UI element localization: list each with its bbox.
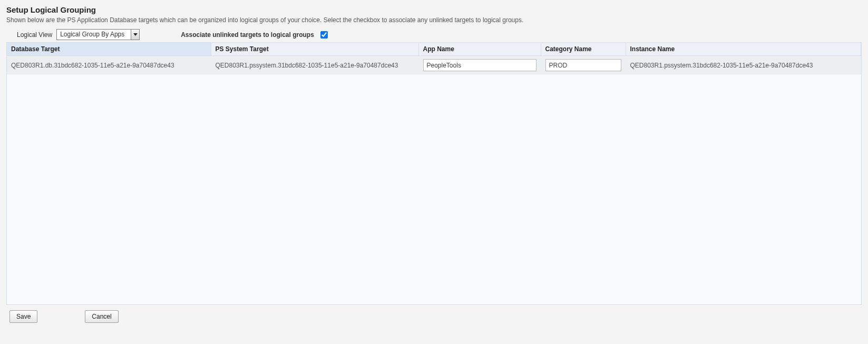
col-header-app-name[interactable]: App Name xyxy=(418,43,541,56)
col-header-ps-system-target[interactable]: PS System Target xyxy=(211,43,418,56)
associate-unlinked-checkbox[interactable] xyxy=(320,31,328,39)
page-title: Setup Logical Grouping xyxy=(6,5,862,14)
cell-database-target: QED803R1.db.31bdc682-1035-11e5-a21e-9a70… xyxy=(7,56,211,75)
col-header-database-target[interactable]: Database Target xyxy=(7,43,211,56)
cell-instance-name: QED803R1.pssystem.31bdc682-1035-11e5-a21… xyxy=(626,56,861,75)
col-header-instance-name[interactable]: Instance Name xyxy=(626,43,861,56)
logical-view-select-value: Logical Group By Apps xyxy=(57,30,131,40)
page-description: Shown below are the PS Application Datab… xyxy=(6,16,862,24)
col-header-category-name[interactable]: Category Name xyxy=(541,43,626,56)
controls-row: Logical View Logical Group By Apps Assoc… xyxy=(17,29,862,40)
associate-unlinked-label: Associate unlinked targets to logical gr… xyxy=(181,31,314,39)
cancel-button[interactable]: Cancel xyxy=(85,310,118,323)
logical-view-select[interactable]: Logical Group By Apps xyxy=(56,29,140,40)
category-name-input[interactable] xyxy=(545,59,621,71)
cell-ps-system-target: QED803R1.pssystem.31bdc682-1035-11e5-a21… xyxy=(211,56,418,75)
target-grid: Database Target PS System Target App Nam… xyxy=(6,42,862,305)
save-button[interactable]: Save xyxy=(9,310,37,323)
app-name-input[interactable] xyxy=(423,59,537,71)
table-row: QED803R1.db.31bdc682-1035-11e5-a21e-9a70… xyxy=(7,56,861,75)
logical-view-label: Logical View xyxy=(17,31,52,39)
table-header-row: Database Target PS System Target App Nam… xyxy=(7,43,861,56)
chevron-down-icon[interactable] xyxy=(131,30,139,40)
actions-row: Save Cancel xyxy=(9,310,862,323)
